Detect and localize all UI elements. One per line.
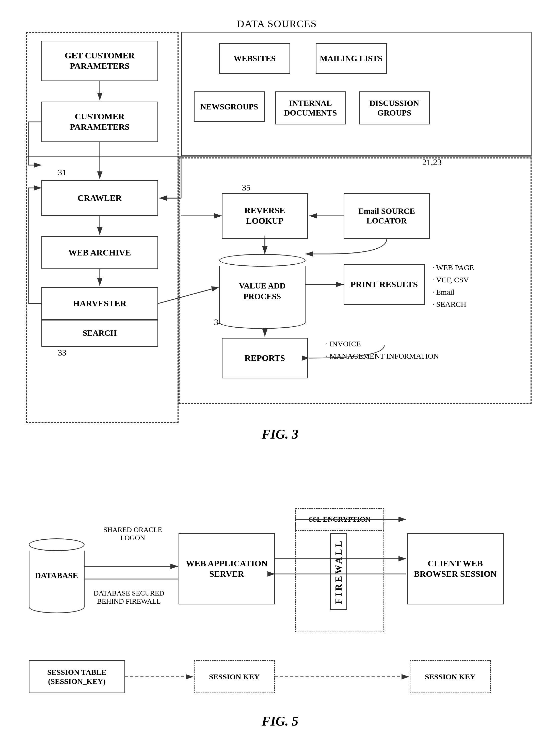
- ref-35: 35: [242, 183, 251, 192]
- database-label: DATABASE: [35, 570, 78, 581]
- firewall-label-container: FIREWALL: [298, 546, 379, 597]
- fig5-section: DATABASE WEB APPLICATION SERVER SSL ENCR…: [21, 483, 539, 729]
- mailing-lists-box: MAILING LISTS: [316, 43, 387, 74]
- fig5-diagram: DATABASE WEB APPLICATION SERVER SSL ENCR…: [21, 483, 539, 711]
- crawler-box: CRAWLER: [41, 180, 158, 216]
- print-results-items: · WEB PAGE · VCF, CSV · Email · SEARCH: [433, 262, 474, 310]
- page: DATA SOURCES GET CUSTOMER PARAMETERS CUS…: [0, 0, 560, 754]
- customer-parameters-box: CUSTOMER PARAMETERS: [41, 102, 158, 142]
- discussion-groups-box: DISCUSSION GROUPS: [359, 91, 430, 124]
- fig3-diagram: DATA SOURCES GET CUSTOMER PARAMETERS CUS…: [21, 15, 539, 472]
- ref-33: 33: [58, 348, 66, 358]
- harvester-search-border: [41, 287, 158, 347]
- fig3-title: FIG. 3: [21, 427, 539, 442]
- session-key-2-box: SESSION KEY: [409, 660, 491, 693]
- database-cylinder: DATABASE: [29, 538, 84, 613]
- websites-box: WEBSITES: [219, 43, 290, 74]
- harvester-divider: [41, 320, 158, 321]
- web-archive-box: WEB ARCHIVE: [41, 236, 158, 269]
- session-table-box: SESSION TABLE (SESSION_KEY): [29, 660, 125, 693]
- shared-oracle-logon-label: SHARED ORACLE LOGON: [95, 526, 171, 542]
- reports-box: REPORTS: [222, 338, 308, 379]
- email-source-locator-box: Email SOURCE LOCATOR: [344, 193, 430, 239]
- internal-documents-box: INTERNAL DOCUMENTS: [275, 91, 346, 124]
- web-app-server-box: WEB APPLICATION SERVER: [179, 533, 275, 605]
- session-key-1-box: SESSION KEY: [194, 660, 275, 693]
- data-sources-label: DATA SOURCES: [237, 18, 317, 30]
- ref-31: 31: [58, 168, 66, 177]
- print-results-box: PRINT RESULTS: [344, 264, 425, 305]
- fig5-title: FIG. 5: [21, 714, 539, 729]
- reverse-lookup-box: REVERSE LOOKUP: [222, 193, 308, 239]
- reports-items: · INVOICE · MANAGEMENT INFORMATION: [326, 338, 439, 362]
- firewall-label: FIREWALL: [330, 533, 347, 610]
- newsgroups-box: NEWSGROUPS: [194, 91, 265, 122]
- value-add-process-cylinder: VALUE ADD PROCESS: [219, 254, 305, 329]
- get-customer-parameters-box: GET CUSTOMER PARAMETERS: [41, 41, 158, 81]
- value-add-label: VALUE ADD PROCESS: [222, 281, 302, 302]
- left-system-border: [26, 32, 179, 423]
- client-web-browser-box: CLIENT WEB BROWSER SESSION: [407, 533, 504, 605]
- database-secured-label: DATABASE SECURED BEHIND FIREWALL: [84, 589, 174, 606]
